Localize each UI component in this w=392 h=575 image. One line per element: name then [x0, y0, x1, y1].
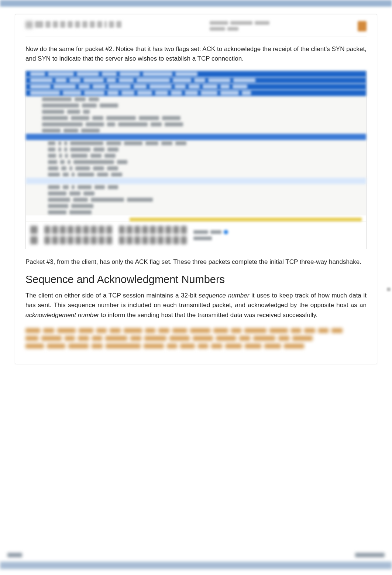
- header-meta-blur-2: [210, 27, 238, 31]
- p3-c: to inform the sending host that the tran…: [99, 312, 317, 319]
- header-meta-blur-1: [210, 21, 269, 25]
- p3-a: The client on either side of a TCP sessi…: [25, 292, 199, 299]
- top-blur-bar: [0, 0, 392, 7]
- header-title-blur: [25, 21, 121, 28]
- footer-bar: [0, 562, 392, 569]
- hex-highlight-bar: [130, 218, 362, 221]
- card-header: [25, 21, 367, 37]
- packet-dump-figure: [25, 71, 367, 249]
- section-heading: Sequence and Acknowledgment Numbers: [25, 273, 367, 286]
- footer: [0, 553, 392, 575]
- paragraph-2: Packet #3, from the client, has only the…: [25, 257, 367, 267]
- footer-right: [355, 553, 385, 557]
- document-card: Now do the same for packet #2. Notice th…: [15, 14, 377, 364]
- paragraph-1: Now do the same for packet #2. Notice th…: [25, 44, 367, 64]
- paragraph-3: The client on either side of a TCP sessi…: [25, 291, 367, 320]
- blurred-paragraph: [25, 327, 367, 353]
- hex-dump: [26, 222, 366, 249]
- scrollbar[interactable]: [387, 288, 391, 291]
- p3-em2: acknowledgement number: [25, 312, 99, 319]
- lock-icon: [358, 21, 367, 31]
- footer-left: [7, 553, 22, 557]
- p3-em1: sequence number: [199, 292, 249, 299]
